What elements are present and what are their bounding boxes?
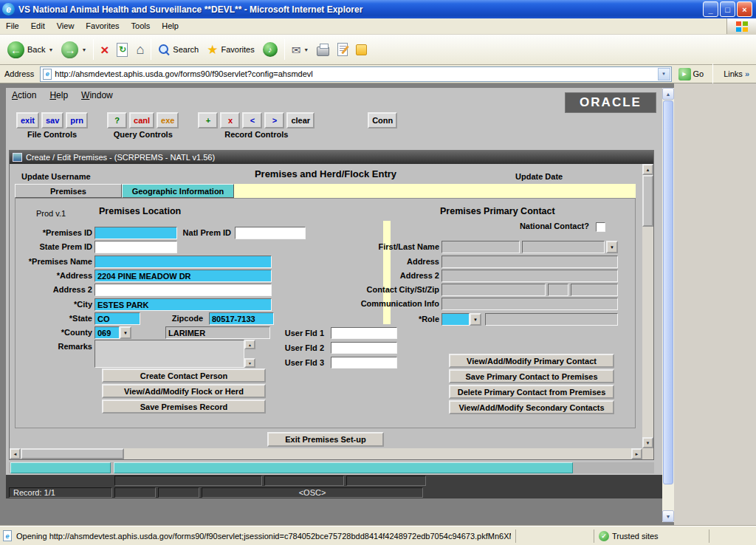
search-button[interactable]: Search [154, 41, 202, 58]
contact-city-st-zip-label: Contact City/St/Zip [326, 284, 439, 296]
view-add-modify-secondary-contacts-button[interactable]: View/Add/Modify Secondary Contacts [449, 400, 614, 414]
address-field[interactable] [94, 270, 272, 282]
address-url[interactable]: http://ahsmdevtest.aphis.usda.gov/forms9… [55, 69, 654, 78]
county-dropdown-button[interactable]: ▼ [120, 326, 131, 339]
save-premises-record-button[interactable]: Save Premises Record [102, 400, 266, 414]
tab-geographic-information[interactable]: Geographic Information [122, 184, 234, 198]
zipcode-field[interactable] [209, 312, 274, 325]
clear-record-button[interactable]: clear [286, 112, 315, 128]
print-button[interactable] [313, 41, 333, 58]
state-prem-id-field[interactable] [94, 241, 177, 253]
delete-record-button[interactable]: x [220, 112, 240, 128]
save-button[interactable]: sav [41, 112, 63, 128]
applet-menu-help[interactable]: Help [49, 90, 68, 100]
scroll-left-button[interactable]: ◄ [10, 448, 21, 459]
premises-name-label: *Premises Name [16, 256, 92, 268]
delete-primary-contact-button[interactable]: Delete Primary Contact from Premises [449, 385, 614, 399]
cancel-query-button[interactable]: canl [129, 112, 154, 128]
forward-dropdown-icon[interactable]: ▼ [81, 47, 86, 52]
form-horizontal-scrollbar[interactable]: ◄ ► [10, 448, 642, 459]
menu-help[interactable]: Help [156, 18, 185, 34]
messenger-button[interactable] [352, 42, 371, 58]
remarks-scroll-down-button[interactable]: ▼ [244, 358, 255, 368]
conn-button[interactable]: Conn [368, 112, 397, 128]
role-dropdown-button[interactable]: ▼ [470, 313, 481, 326]
county-field[interactable] [94, 326, 120, 339]
view-add-modify-flock-or-herd-button[interactable]: View/Add/Modify Flock or Herd [102, 384, 266, 398]
national-contact-checkbox[interactable] [596, 222, 605, 232]
user-fld-3-field[interactable] [331, 357, 397, 369]
go-button[interactable]: ► Go [676, 68, 707, 80]
role-name-field [485, 313, 618, 326]
close-button[interactable]: × [737, 1, 752, 17]
user-fld-2-field[interactable] [331, 342, 397, 354]
scroll-thumb-segment[interactable] [114, 462, 573, 473]
record-controls-group: + x < > clear Record Controls [198, 112, 315, 139]
minimize-button[interactable]: _ [703, 1, 718, 17]
favorites-label: Favorites [221, 45, 254, 54]
address-dropdown-button[interactable]: ▼ [658, 68, 670, 80]
tab-premises[interactable]: Premises [15, 184, 122, 198]
applet-menu-window[interactable]: Window [81, 90, 113, 100]
file-controls-label: File Controls [27, 130, 77, 139]
save-primary-contact-button[interactable]: Save Primary Contact to Premises [449, 369, 614, 383]
forward-button[interactable]: → ▼ [58, 39, 90, 61]
name-dropdown-button[interactable]: ▼ [606, 241, 618, 253]
favorites-button[interactable]: ★ Favorites [203, 41, 258, 58]
form-window-titlebar[interactable]: Create / Edit Premises - (SCRPREMS - NAT… [10, 151, 653, 164]
remarks-field[interactable] [94, 340, 244, 368]
role-field[interactable] [441, 313, 470, 326]
previous-record-button[interactable]: < [242, 112, 262, 128]
address-input[interactable]: e http://ahsmdevtest.aphis.usda.gov/form… [40, 66, 671, 82]
media-button[interactable]: ♪ [259, 40, 281, 59]
page-vertical-scrollbar[interactable]: ▲ ▼ [662, 88, 674, 522]
menu-favorites[interactable]: Favorites [80, 18, 125, 34]
enter-query-button[interactable]: ? [107, 112, 127, 128]
menu-edit[interactable]: Edit [25, 18, 51, 34]
form-vertical-scrollbar[interactable]: ▲ ▼ [642, 164, 653, 448]
applet-menubar: Action Help Window [12, 90, 113, 100]
back-label: Back [27, 45, 45, 54]
page-scroll-down-button[interactable]: ▼ [662, 510, 674, 522]
back-dropdown-icon[interactable]: ▼ [48, 47, 53, 52]
next-record-button[interactable]: > [264, 112, 284, 128]
view-add-modify-primary-contact-button[interactable]: View/Add/Modify Primary Contact [449, 354, 614, 368]
user-fld-1-field[interactable] [331, 327, 397, 339]
applet-scroll-strip[interactable] [9, 462, 654, 473]
menu-view[interactable]: View [51, 18, 80, 34]
insert-record-button[interactable]: + [198, 112, 218, 128]
applet-menu-action[interactable]: Action [12, 90, 36, 100]
scroll-right-button[interactable]: ► [631, 448, 642, 459]
back-button[interactable]: ← Back ▼ [4, 39, 57, 61]
home-button[interactable]: ⌂ [132, 41, 148, 58]
menu-tools[interactable]: Tools [126, 18, 157, 34]
scroll-up-button[interactable]: ▲ [642, 164, 653, 175]
remarks-scroll-up-button[interactable]: ▲ [244, 340, 255, 349]
refresh-button[interactable]: ↻ [113, 41, 131, 59]
page-scroll-up-button[interactable]: ▲ [662, 88, 674, 100]
scroll-thumb-segment[interactable] [10, 462, 111, 473]
print-form-button[interactable]: prn [66, 112, 88, 128]
menu-file[interactable]: File [0, 18, 25, 34]
mail-dropdown-icon[interactable]: ▼ [303, 47, 309, 52]
horizontal-scroll-thumb[interactable] [21, 448, 124, 459]
mail-button[interactable]: ✉ ▼ [288, 42, 313, 58]
natl-prem-id-field[interactable] [235, 227, 306, 239]
premises-name-field[interactable] [94, 256, 272, 268]
stop-button[interactable]: × [97, 41, 112, 59]
page-right-filler [674, 83, 756, 526]
vertical-scroll-thumb[interactable] [642, 175, 653, 227]
execute-query-button[interactable]: exe [157, 112, 179, 128]
create-contact-person-button[interactable]: Create Contact Person [102, 369, 266, 383]
links-button[interactable]: Links » [719, 69, 754, 78]
state-field[interactable] [94, 312, 140, 325]
scroll-down-button[interactable]: ▼ [642, 437, 653, 448]
file-controls-group: exit sav prn File Controls [16, 112, 88, 139]
exit-premises-setup-button[interactable]: Exit Premises Set-up [267, 432, 384, 447]
edit-button[interactable] [334, 41, 351, 58]
exit-button[interactable]: exit [16, 112, 39, 128]
maximize-button[interactable]: □ [720, 1, 735, 17]
page-scroll-thumb[interactable] [663, 100, 673, 484]
city-field[interactable] [94, 298, 272, 311]
address2-field[interactable] [94, 284, 272, 296]
